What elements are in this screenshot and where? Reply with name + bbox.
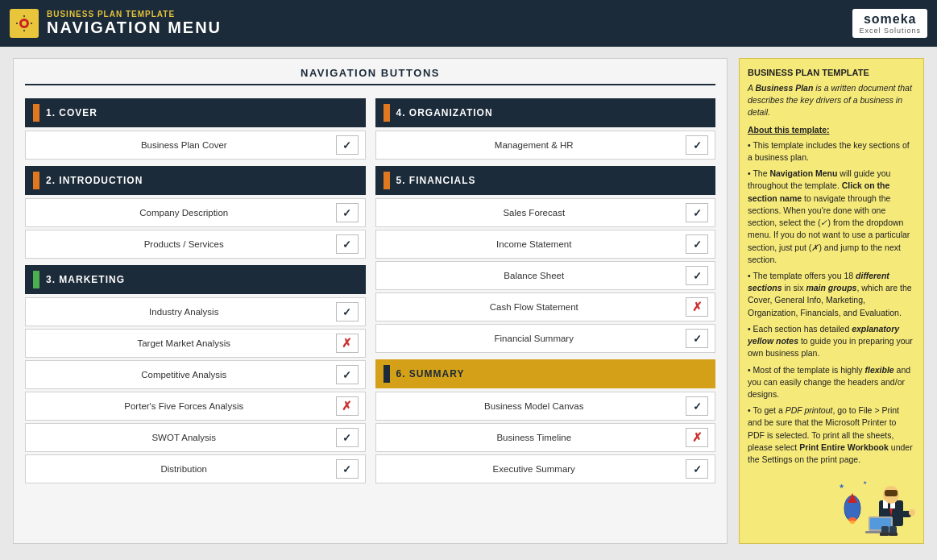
svg-rect-27 bbox=[889, 533, 898, 536]
item-status: ✓ bbox=[686, 396, 708, 416]
info-bullet-1: • This template includes the key section… bbox=[748, 139, 915, 164]
item-status: ✓ bbox=[686, 135, 708, 155]
list-item[interactable]: Business Plan Cover ✓ bbox=[25, 131, 366, 160]
list-item[interactable]: Income Statement ✓ bbox=[375, 230, 716, 259]
list-item[interactable]: Industry Analysis ✓ bbox=[25, 297, 366, 326]
cover-badge bbox=[33, 104, 39, 122]
list-item[interactable]: Business Timeline ✗ bbox=[375, 423, 716, 452]
svg-rect-18 bbox=[885, 490, 898, 496]
info-bullet-2: • The Navigation Menu will guide you thr… bbox=[748, 168, 915, 266]
info-bullet-6: • To get a PDF printout, go to File > Pr… bbox=[748, 404, 915, 466]
marketing-label: 3. MARKETING bbox=[46, 274, 125, 285]
list-item[interactable]: Porter's Five Forces Analysis ✗ bbox=[25, 392, 366, 421]
item-text: Distribution bbox=[32, 464, 336, 474]
summary-label: 6. SUMMARY bbox=[396, 368, 465, 380]
item-status: ✓ bbox=[336, 428, 359, 447]
list-item[interactable]: Target Market Analysis ✗ bbox=[25, 329, 366, 358]
list-item[interactable]: Financial Summary ✓ bbox=[375, 324, 716, 353]
nav-col-right: 4. ORGANIZATION Management & HR ✓ 5. FIN… bbox=[375, 95, 716, 486]
nav-section: NAVIGATION BUTTONS 1. COVER Business Pla… bbox=[13, 58, 728, 544]
intro-label: 2. INTRODUCTION bbox=[46, 175, 143, 186]
svg-point-10 bbox=[850, 521, 855, 524]
svg-text:★: ★ bbox=[839, 483, 844, 490]
financials-label: 5. FINANCIALS bbox=[396, 175, 476, 186]
item-status: ✓ bbox=[336, 302, 359, 321]
list-item[interactable]: Distribution ✓ bbox=[25, 454, 366, 483]
summary-badge bbox=[384, 365, 390, 383]
header-title: NAVIGATION MENU bbox=[47, 19, 222, 37]
item-text: Income Statement bbox=[383, 239, 686, 249]
list-item[interactable]: Management & HR ✓ bbox=[375, 131, 716, 160]
businessman-figure: ★ ★ bbox=[835, 472, 915, 537]
figure-area: ★ ★ bbox=[748, 472, 915, 537]
item-text: Business Model Canvas bbox=[383, 401, 686, 411]
list-item[interactable]: Balance Sheet ✓ bbox=[375, 261, 716, 290]
list-item[interactable]: Sales Forecast ✓ bbox=[375, 198, 716, 227]
item-text: Industry Analysis bbox=[32, 307, 336, 317]
item-status: ✓ bbox=[686, 203, 708, 222]
item-status: ✓ bbox=[336, 234, 359, 254]
list-item[interactable]: SWOT Analysis ✓ bbox=[25, 423, 366, 452]
item-text: Target Market Analysis bbox=[32, 338, 336, 348]
info-bullet-4: • Each section has detailed explanatory … bbox=[748, 323, 915, 360]
item-status: ✗ bbox=[336, 334, 359, 353]
cover-label: 1. COVER bbox=[46, 107, 97, 118]
logo: someka Excel Solutions bbox=[852, 9, 927, 38]
item-status: ✓ bbox=[336, 365, 359, 384]
info-panel: BUSINESS PLAN TEMPLATE A Business Plan i… bbox=[739, 58, 924, 544]
header-left: BUSINESS PLAN TEMPLATE NAVIGATION MENU bbox=[10, 9, 222, 38]
item-text: Sales Forecast bbox=[383, 208, 686, 218]
item-text: Business Timeline bbox=[383, 433, 686, 442]
item-text: Business Plan Cover bbox=[32, 140, 336, 150]
section-header-org: 4. ORGANIZATION bbox=[375, 98, 716, 127]
list-item[interactable]: Business Model Canvas ✓ bbox=[375, 392, 716, 421]
item-text: Financial Summary bbox=[383, 334, 686, 343]
header: BUSINESS PLAN TEMPLATE NAVIGATION MENU s… bbox=[0, 0, 937, 47]
svg-point-2 bbox=[22, 21, 27, 26]
item-status: ✗ bbox=[336, 396, 359, 416]
nav-columns: 1. COVER Business Plan Cover ✓ 2. INTROD… bbox=[25, 95, 715, 486]
list-item[interactable]: Executive Summary ✓ bbox=[375, 454, 716, 483]
nav-title: NAVIGATION BUTTONS bbox=[25, 67, 715, 85]
marketing-badge bbox=[33, 271, 39, 288]
item-text: Porter's Five Forces Analysis bbox=[32, 401, 336, 411]
item-status: ✗ bbox=[686, 428, 708, 447]
info-about-heading: About this template: bbox=[748, 124, 915, 136]
item-status: ✓ bbox=[336, 203, 359, 222]
item-text: Balance Sheet bbox=[383, 271, 686, 280]
list-item[interactable]: Products / Services ✓ bbox=[25, 230, 366, 259]
item-status: ✗ bbox=[686, 297, 708, 317]
section-header-financials: 5. FINANCIALS bbox=[375, 166, 716, 195]
item-status: ✓ bbox=[686, 266, 708, 285]
section-header-intro: 2. INTRODUCTION bbox=[25, 166, 366, 195]
item-text: Company Description bbox=[32, 208, 336, 218]
list-item[interactable]: Cash Flow Statement ✗ bbox=[375, 292, 716, 321]
item-text: Management & HR bbox=[383, 140, 686, 150]
item-text: Products / Services bbox=[32, 239, 336, 249]
info-panel-intro: A Business Plan is a written document th… bbox=[748, 82, 915, 119]
app-icon bbox=[10, 9, 39, 38]
info-bullet-3: • The template offers you 18 different s… bbox=[748, 270, 915, 319]
info-bullet-5: • Most of the template is highly flexibl… bbox=[748, 364, 915, 401]
header-text: BUSINESS PLAN TEMPLATE NAVIGATION MENU bbox=[47, 10, 222, 37]
list-item[interactable]: Competitive Analysis ✓ bbox=[25, 360, 366, 389]
item-text: SWOT Analysis bbox=[32, 433, 336, 442]
list-item[interactable]: Company Description ✓ bbox=[25, 198, 366, 227]
nav-col-left: 1. COVER Business Plan Cover ✓ 2. INTROD… bbox=[25, 95, 366, 486]
intro-badge bbox=[33, 172, 39, 189]
item-status: ✓ bbox=[336, 135, 359, 155]
svg-rect-26 bbox=[880, 533, 889, 536]
header-subtitle: BUSINESS PLAN TEMPLATE bbox=[47, 10, 222, 19]
org-badge bbox=[384, 104, 390, 122]
item-status: ✓ bbox=[686, 234, 708, 254]
svg-point-20 bbox=[909, 509, 915, 516]
svg-text:★: ★ bbox=[863, 480, 867, 485]
logo-sub: Excel Solutions bbox=[859, 27, 921, 35]
item-status: ✓ bbox=[336, 459, 359, 479]
item-status: ✓ bbox=[686, 329, 708, 348]
org-label: 4. ORGANIZATION bbox=[396, 107, 493, 118]
item-text: Cash Flow Statement bbox=[383, 302, 686, 312]
info-panel-title: BUSINESS PLAN TEMPLATE bbox=[748, 67, 915, 80]
main-content: NAVIGATION BUTTONS 1. COVER Business Pla… bbox=[0, 47, 937, 555]
item-status: ✓ bbox=[686, 459, 708, 479]
